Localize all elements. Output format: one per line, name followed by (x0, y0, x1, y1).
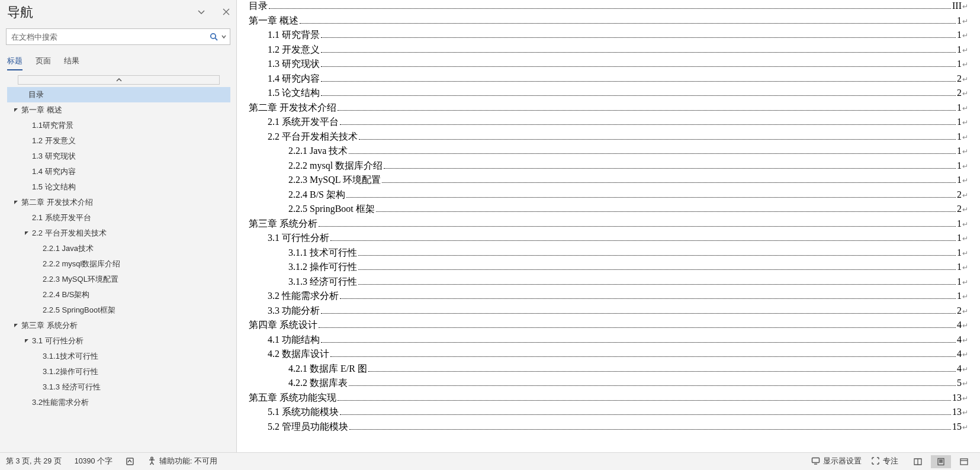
tree-item[interactable]: 3.2性能需求分析 (7, 395, 230, 410)
toc-page: 4 (957, 363, 962, 374)
toc-leader (340, 414, 951, 415)
tree-item[interactable]: 2.1 系统开发平台 (7, 210, 230, 226)
tab-results[interactable]: 结果 (64, 53, 79, 70)
expander-icon[interactable] (12, 108, 20, 112)
paragraph-mark-icon: ↵ (962, 31, 968, 40)
toc-line[interactable]: 2.2 平台开发相关技术1↵ (249, 131, 968, 146)
toc-line[interactable]: 第四章 系统设计4↵ (249, 319, 968, 334)
toc-text: 3.3 功能分析 (268, 305, 320, 317)
toc-line[interactable]: 3.1.2 操作可行性1↵ (249, 261, 968, 276)
toc-line[interactable]: 3.1.3 经济可行性1↵ (249, 276, 968, 291)
view-print-layout[interactable] (931, 455, 951, 468)
toc-line[interactable]: 1.5 论文结构2↵ (249, 87, 968, 102)
tree-item[interactable]: 3.1 可行性分析 (7, 333, 230, 349)
expander-icon[interactable] (23, 339, 31, 343)
toc-line[interactable]: 第三章 系统分析1↵ (249, 218, 968, 233)
tree-item[interactable]: 1.5 论文结构 (7, 179, 230, 195)
tree-item[interactable]: 3.1.3 经济可行性 (7, 379, 230, 395)
spelling-icon[interactable] (126, 457, 134, 466)
paragraph-mark-icon: ↵ (962, 118, 968, 127)
tree-item[interactable]: 1.4 研究内容 (7, 164, 230, 179)
toc-line[interactable]: 第二章 开发技术介绍1↵ (249, 102, 968, 117)
toc-leader (358, 269, 956, 270)
tree-item[interactable]: 2.2.2 mysql数据库介绍 (7, 256, 230, 272)
toc-line[interactable]: 2.2.5 SpringBoot 框架2↵ (249, 203, 968, 218)
toc-leader (384, 168, 956, 169)
display-settings[interactable]: 显示器设置 (811, 456, 862, 467)
toc-line[interactable]: 1.2 开发意义1↵ (249, 44, 968, 59)
expander-icon[interactable] (23, 231, 31, 236)
tree-item[interactable]: 2.2.1 Java技术 (7, 241, 230, 256)
tree-item[interactable]: 3.1.2操作可行性 (7, 364, 230, 379)
paragraph-mark-icon: ↵ (962, 394, 968, 403)
toc-text: 5.1 系统功能模块 (268, 406, 339, 419)
search-dropdown-icon[interactable] (220, 34, 230, 39)
toc-line[interactable]: 目录III↵ (249, 0, 968, 15)
toc-line[interactable]: 2.2.3 MySQL 环境配置1↵ (249, 174, 968, 189)
toc-line[interactable]: 2.1 系统开发平台1↵ (249, 116, 968, 131)
tree-item[interactable]: 1.3 研究现状 (7, 149, 230, 164)
paragraph-mark-icon: ↵ (962, 60, 968, 69)
tree-item[interactable]: 2.2.5 SpringBoot框架 (7, 302, 230, 318)
toc-text: 2.2.2 mysql 数据库介绍 (288, 160, 383, 172)
tree-item[interactable]: 2.2.4 B/S架构 (7, 287, 230, 302)
close-icon[interactable] (222, 8, 230, 18)
toc-line[interactable]: 5.1 系统功能模块13↵ (249, 406, 968, 421)
toc-line[interactable]: 4.2.2 数据库表5↵ (249, 377, 968, 392)
toc-page: 1 (957, 247, 962, 258)
page-info[interactable]: 第 3 页, 共 29 页 (6, 456, 62, 466)
tab-headings[interactable]: 标题 (7, 53, 23, 70)
toc-leader (330, 240, 956, 241)
tree-item[interactable]: 第一章 概述 (7, 102, 230, 118)
search-box[interactable] (6, 28, 230, 45)
document-area[interactable]: 目录III↵第一章 概述1↵1.1 研究背景1↵1.2 开发意义1↵1.3 研究… (237, 0, 980, 452)
toc-line[interactable]: 2.2.2 mysql 数据库介绍1↵ (249, 160, 968, 175)
toc-line[interactable]: 2.2.1 Java 技术 1↵ (249, 145, 968, 160)
toc-line[interactable]: 4.1 功能结构4↵ (249, 334, 968, 349)
toc-line[interactable]: 1.1 研究背景1↵ (249, 29, 968, 44)
tree-item[interactable]: 目录 (7, 87, 230, 102)
toc-page: 5 (957, 378, 962, 388)
search-input[interactable] (7, 33, 207, 41)
toc-line[interactable]: 5.2 管理员功能模块15↵ (249, 421, 968, 436)
tree-item[interactable]: 2.2.3 MySQL环境配置 (7, 272, 230, 287)
toc-line[interactable]: 3.3 功能分析2↵ (249, 305, 968, 320)
toc-line[interactable]: 2.2.4 B/S 架构2↵ (249, 189, 968, 204)
search-icon[interactable] (207, 33, 220, 41)
word-count[interactable]: 10390 个字 (75, 456, 113, 466)
toc-leader (368, 371, 956, 372)
toc-line[interactable]: 第一章 概述1↵ (249, 15, 968, 30)
nav-tabs: 标题 页面 结果 (0, 50, 236, 70)
toc-line[interactable]: 3.2 性能需求分析1↵ (249, 290, 968, 305)
tree-label: 1.4 研究内容 (32, 166, 76, 177)
tree-item[interactable]: 2.2 平台开发相关技术 (7, 226, 230, 241)
toc-text: 3.1.2 操作可行性 (288, 261, 357, 273)
toc-line[interactable]: 3.1 可行性分析1↵ (249, 232, 968, 247)
toc-line[interactable]: 1.3 研究现状1↵ (249, 58, 968, 73)
collapse-bar[interactable] (18, 75, 220, 85)
tree-item[interactable]: 第二章 开发技术介绍 (7, 195, 230, 210)
toc-line[interactable]: 3.1.1 技术可行性1↵ (249, 247, 968, 262)
view-read-mode[interactable] (908, 455, 928, 468)
tab-pages[interactable]: 页面 (36, 53, 51, 70)
view-web-layout[interactable] (954, 455, 974, 468)
focus-mode[interactable]: 专注 (871, 456, 898, 467)
toc-line[interactable]: 第五章 系统功能实现13↵ (249, 392, 968, 407)
toc-line[interactable]: 1.4 研究内容2↵ (249, 73, 968, 88)
toc-line[interactable]: 4.2.1 数据库 E/R 图 4↵ (249, 363, 968, 378)
chevron-down-icon[interactable] (197, 8, 205, 18)
tree-item[interactable]: 第三章 系统分析 (7, 318, 230, 333)
paragraph-mark-icon: ↵ (962, 133, 968, 141)
tree-item[interactable]: 3.1.1技术可行性 (7, 349, 230, 364)
toc-line[interactable]: 4.2 数据库设计4↵ (249, 348, 968, 363)
accessibility-status[interactable]: 辅助功能: 不可用 (147, 456, 217, 467)
expander-icon[interactable] (12, 200, 20, 205)
toc-text: 第五章 系统功能实现 (249, 392, 336, 404)
toc-page: 4 (957, 320, 962, 330)
toc-leader (330, 356, 956, 357)
tree-item[interactable]: 1.2 开发意义 (7, 133, 230, 149)
paragraph-mark-icon: ↵ (962, 336, 968, 345)
tree-item[interactable]: 1.1研究背景 (7, 118, 230, 133)
expander-icon[interactable] (12, 323, 20, 328)
paragraph-mark-icon: ↵ (962, 176, 968, 185)
